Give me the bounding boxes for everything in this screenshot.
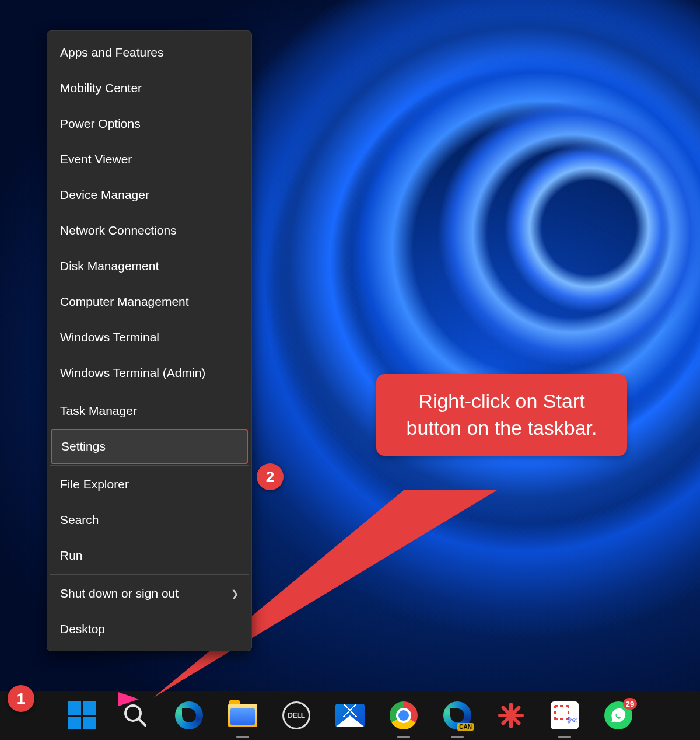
menu-item-label: Event Viewer xyxy=(60,152,132,166)
menu-item-label: Windows Terminal (Admin) xyxy=(60,366,205,380)
menu-item-device-manager[interactable]: Device Manager xyxy=(51,177,248,212)
menu-separator xyxy=(50,392,249,392)
svg-line-4 xyxy=(139,719,145,725)
annotation-badge-1: 1 xyxy=(8,685,34,712)
menu-item-task-manager[interactable]: Task Manager xyxy=(51,393,248,428)
menu-item-label: Network Connections xyxy=(60,224,177,238)
menu-item-power-options[interactable]: Power Options xyxy=(51,106,248,141)
chrome-icon xyxy=(390,701,418,729)
whatsapp-icon: 29 xyxy=(604,701,632,729)
menu-item-search[interactable]: Search xyxy=(51,502,248,537)
menu-item-windows-terminal[interactable]: Windows Terminal xyxy=(51,320,248,355)
menu-item-label: Settings xyxy=(61,439,106,453)
menu-item-shutdown-signout[interactable]: Shut down or sign out ❯ xyxy=(51,576,248,611)
menu-item-label: Desktop xyxy=(60,622,105,636)
notification-badge: 29 xyxy=(623,698,637,710)
dell-icon: DELL xyxy=(282,701,310,729)
menu-item-label: Windows Terminal xyxy=(60,330,159,344)
menu-item-label: Shut down or sign out xyxy=(60,587,178,601)
menu-item-settings[interactable]: Settings xyxy=(51,429,248,464)
chevron-right-icon: ❯ xyxy=(231,588,239,599)
taskbar-chrome[interactable] xyxy=(387,699,421,732)
menu-item-label: Apps and Features xyxy=(60,46,163,60)
folder-icon xyxy=(228,704,257,727)
menu-item-event-viewer[interactable]: Event Viewer xyxy=(51,142,248,177)
menu-item-label: Disk Management xyxy=(60,259,159,273)
menu-item-mobility-center[interactable]: Mobility Center xyxy=(51,71,248,106)
taskbar-snipping-tool[interactable]: ✄ xyxy=(548,699,582,732)
instruction-callout: Right-click on Start button on the taskb… xyxy=(376,374,627,456)
menu-item-label: Computer Management xyxy=(60,295,189,309)
annotation-badge-2: 2 xyxy=(257,463,284,490)
menu-item-desktop[interactable]: Desktop xyxy=(51,612,248,647)
snipping-tool-icon: ✄ xyxy=(551,701,579,729)
taskbar-mail[interactable] xyxy=(333,699,367,732)
menu-item-disk-management[interactable]: Disk Management xyxy=(51,249,248,284)
svg-marker-2 xyxy=(118,692,139,706)
edge-icon xyxy=(175,701,203,729)
menu-separator xyxy=(50,465,249,466)
menu-item-label: Search xyxy=(60,513,99,527)
menu-item-label: Task Manager xyxy=(60,404,137,418)
huawei-icon xyxy=(497,701,525,729)
annotation-arrow xyxy=(28,692,145,712)
menu-item-run[interactable]: Run xyxy=(51,538,248,573)
menu-item-label: Run xyxy=(60,549,83,563)
taskbar-huawei[interactable] xyxy=(494,699,528,732)
menu-item-network-connections[interactable]: Network Connections xyxy=(51,213,248,248)
menu-item-label: Power Options xyxy=(60,117,141,131)
start-context-menu: Apps and Features Mobility Center Power … xyxy=(47,30,252,651)
taskbar-edge[interactable] xyxy=(172,699,206,732)
menu-item-label: Mobility Center xyxy=(60,81,142,95)
edge-canary-icon: CAN xyxy=(443,701,471,729)
menu-separator xyxy=(50,574,249,575)
menu-item-apps-features[interactable]: Apps and Features xyxy=(51,35,248,70)
taskbar-file-explorer[interactable] xyxy=(226,699,260,732)
taskbar-dell[interactable]: DELL xyxy=(279,699,313,732)
menu-item-label: Device Manager xyxy=(60,188,149,202)
menu-item-file-explorer[interactable]: File Explorer xyxy=(51,467,248,502)
menu-item-computer-management[interactable]: Computer Management xyxy=(51,284,248,319)
callout-text: Right-click on Start button on the taskb… xyxy=(406,390,597,439)
menu-item-windows-terminal-admin[interactable]: Windows Terminal (Admin) xyxy=(51,355,248,390)
taskbar-whatsapp[interactable]: 29 xyxy=(601,699,635,732)
mail-icon xyxy=(335,704,365,727)
menu-item-label: File Explorer xyxy=(60,477,129,491)
taskbar-edge-can[interactable]: CAN xyxy=(440,699,474,732)
